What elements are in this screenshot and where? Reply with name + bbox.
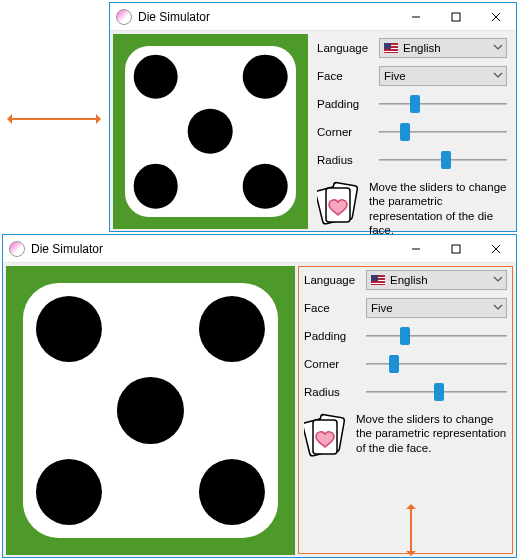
corner-slider[interactable] bbox=[366, 354, 507, 374]
die-preview bbox=[113, 34, 308, 229]
app-icon bbox=[9, 241, 25, 257]
radius-slider[interactable] bbox=[366, 382, 507, 402]
maximize-button[interactable] bbox=[436, 235, 476, 262]
die-face bbox=[23, 283, 277, 537]
app-icon bbox=[116, 9, 132, 25]
corner-slider[interactable] bbox=[379, 122, 507, 142]
die-pip bbox=[36, 296, 102, 362]
maximize-button[interactable] bbox=[436, 3, 476, 30]
window-title: Die Simulator bbox=[138, 10, 210, 24]
hint-text: Move the sliders to change the parametri… bbox=[356, 412, 507, 455]
die-pip bbox=[133, 54, 178, 99]
padding-slider[interactable] bbox=[366, 326, 507, 346]
padding-slider[interactable] bbox=[379, 94, 507, 114]
controls-panel: Language English Face Five Padding Corne… bbox=[311, 34, 513, 228]
chevron-down-icon bbox=[493, 274, 503, 286]
language-value: English bbox=[403, 42, 441, 54]
language-label: Language bbox=[317, 42, 373, 54]
die-pip bbox=[199, 296, 265, 362]
padding-label: Padding bbox=[317, 98, 373, 110]
face-label: Face bbox=[304, 302, 360, 314]
die-pip bbox=[199, 459, 265, 525]
window-title: Die Simulator bbox=[31, 242, 103, 256]
controls-panel: Language English Face Five Padding Corne… bbox=[298, 266, 513, 554]
corner-label: Corner bbox=[317, 126, 373, 138]
titlebar[interactable]: Die Simulator bbox=[3, 235, 516, 263]
horizontal-size-arrow bbox=[8, 118, 100, 120]
chevron-down-icon bbox=[493, 70, 503, 82]
flag-us-icon bbox=[371, 275, 385, 285]
die-preview bbox=[6, 266, 295, 555]
minimize-button[interactable] bbox=[396, 235, 436, 262]
radius-label: Radius bbox=[304, 386, 360, 398]
close-button[interactable] bbox=[476, 235, 516, 262]
radius-label: Radius bbox=[317, 154, 373, 166]
face-combobox[interactable]: Five bbox=[366, 298, 507, 318]
cards-icon bbox=[304, 412, 348, 460]
flag-us-icon bbox=[384, 43, 398, 53]
die-pip bbox=[36, 459, 102, 525]
svg-rect-1 bbox=[452, 13, 460, 21]
language-label: Language bbox=[304, 274, 360, 286]
language-value: English bbox=[390, 274, 428, 286]
face-label: Face bbox=[317, 70, 373, 82]
hint-text: Move the sliders to change the parametri… bbox=[369, 180, 507, 238]
svg-rect-8 bbox=[452, 245, 460, 253]
minimize-button[interactable] bbox=[396, 3, 436, 30]
die-face bbox=[125, 46, 297, 218]
titlebar[interactable]: Die Simulator bbox=[110, 3, 516, 31]
language-combobox[interactable]: English bbox=[366, 270, 507, 290]
face-combobox[interactable]: Five bbox=[379, 66, 507, 86]
die-pip bbox=[243, 164, 288, 209]
close-button[interactable] bbox=[476, 3, 516, 30]
padding-label: Padding bbox=[304, 330, 360, 342]
chevron-down-icon bbox=[493, 42, 503, 54]
die-simulator-window-bottom: Die Simulator Language English Face Five… bbox=[2, 234, 517, 558]
vertical-size-arrow bbox=[410, 505, 412, 555]
face-value: Five bbox=[371, 302, 393, 314]
die-simulator-window-top: Die Simulator Language English Face Five… bbox=[109, 2, 517, 232]
die-pip bbox=[188, 109, 233, 154]
radius-slider[interactable] bbox=[379, 150, 507, 170]
die-pip bbox=[133, 164, 178, 209]
chevron-down-icon bbox=[493, 302, 503, 314]
language-combobox[interactable]: English bbox=[379, 38, 507, 58]
corner-label: Corner bbox=[304, 358, 360, 370]
die-pip bbox=[117, 377, 183, 443]
face-value: Five bbox=[384, 70, 406, 82]
cards-icon bbox=[317, 180, 361, 228]
die-pip bbox=[243, 54, 288, 99]
